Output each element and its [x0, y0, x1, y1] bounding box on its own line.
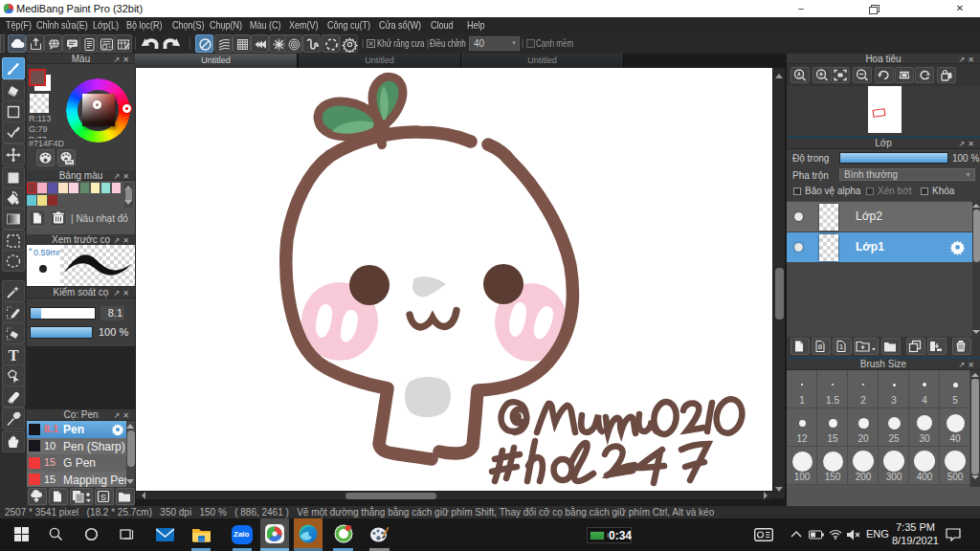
svg-text:S: S	[100, 493, 106, 502]
svg-text:T: T	[9, 347, 19, 364]
svg-text:1: 1	[839, 342, 844, 351]
svg-text:8: 8	[818, 342, 823, 351]
